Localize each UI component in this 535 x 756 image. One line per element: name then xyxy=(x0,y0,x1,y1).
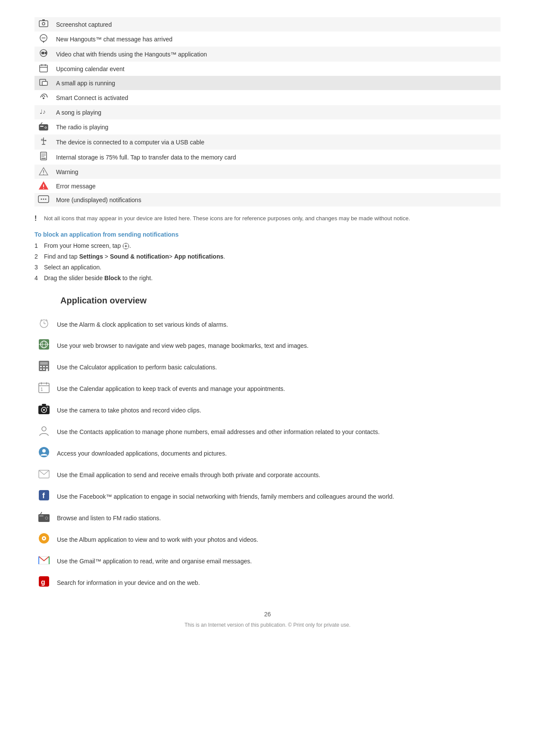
svg-text:f: f xyxy=(42,491,45,500)
svg-point-6 xyxy=(44,37,45,38)
svg-rect-60 xyxy=(40,362,48,365)
app-table: Use the Alarm & clock application to set… xyxy=(34,314,501,594)
step-number: 2 xyxy=(34,252,41,261)
notification-icon xyxy=(34,62,53,76)
app-icon xyxy=(34,507,53,529)
app-icon xyxy=(34,421,53,443)
step-number: 3 xyxy=(34,263,41,272)
svg-point-5 xyxy=(43,37,44,38)
app-description: Access your downloaded applications, doc… xyxy=(53,443,501,464)
page-number: 26 xyxy=(34,611,501,618)
svg-point-42 xyxy=(43,199,44,200)
notification-row: Internal storage is 75% full. Tap to tra… xyxy=(34,150,501,165)
notification-icon xyxy=(34,150,53,165)
app-description: Use the Album application to view and to… xyxy=(53,529,501,550)
notification-text: More (undisplayed) notifications xyxy=(53,193,501,206)
app-icon xyxy=(34,529,53,550)
app-icon: 1 xyxy=(34,378,53,400)
svg-point-76 xyxy=(47,406,48,408)
notification-row: Video chat with friends using the Hangou… xyxy=(34,47,501,62)
svg-rect-64 xyxy=(40,369,42,370)
svg-text:1: 1 xyxy=(41,387,43,392)
notification-icon xyxy=(34,17,53,31)
svg-point-43 xyxy=(45,199,47,200)
app-row: Use the Gmail™ application to read, writ… xyxy=(34,550,501,572)
step-text: Drag the slider beside Block to the righ… xyxy=(44,274,153,283)
notification-icon xyxy=(34,47,53,62)
notification-text: A song is playing xyxy=(53,105,501,119)
notification-icon xyxy=(34,134,53,150)
notification-row: Upcoming calendar event xyxy=(34,62,501,76)
svg-rect-30 xyxy=(41,158,46,159)
notification-icon xyxy=(34,31,53,47)
app-description: Use the Alarm & clock application to set… xyxy=(53,314,501,335)
app-row: Use your web browser to navigate and vie… xyxy=(34,335,501,356)
app-description: Use the Facebook™ application to engage … xyxy=(53,486,501,507)
notification-icon xyxy=(34,76,53,90)
step-text: Select an application. xyxy=(44,263,101,272)
app-description: Use the Gmail™ application to read, writ… xyxy=(53,550,501,572)
app-row: g Search for information in your device … xyxy=(34,572,501,594)
notification-row: More (undisplayed) notifications xyxy=(34,193,501,206)
app-icon xyxy=(34,464,53,486)
notification-row: Warning xyxy=(34,165,501,179)
svg-rect-10 xyxy=(40,65,47,72)
step-number: 1 xyxy=(34,241,41,250)
svg-text:g: g xyxy=(41,578,45,586)
section-title: Application overview xyxy=(60,296,501,306)
app-description: Search for information in your device an… xyxy=(53,572,501,594)
svg-line-86 xyxy=(41,512,42,514)
app-row: f Use the Facebook™ application to engag… xyxy=(34,486,501,507)
notification-text: Video chat with friends using the Hangou… xyxy=(53,47,501,62)
step-item: 1From your Home screen, tap . xyxy=(34,241,501,250)
svg-rect-84 xyxy=(39,515,44,516)
app-description: Use the Contacts application to manage p… xyxy=(53,421,501,443)
notification-row: Smart Connect is activated xyxy=(34,90,501,105)
svg-rect-1 xyxy=(42,19,45,21)
svg-rect-62 xyxy=(43,366,45,367)
notification-row: The device is connected to a computer vi… xyxy=(34,134,501,150)
notification-text: Upcoming calendar event xyxy=(53,62,501,76)
notification-text: The device is connected to a computer vi… xyxy=(53,134,501,150)
svg-point-28 xyxy=(45,140,47,141)
app-row: Use the Album application to view and to… xyxy=(34,529,501,550)
app-row: Use the Calculator application to perfor… xyxy=(34,356,501,378)
notification-row: The radio is playing xyxy=(34,119,501,134)
notification-row: A small app is running xyxy=(34,76,501,90)
notification-text: The radio is playing xyxy=(53,119,501,134)
app-icon xyxy=(34,550,53,572)
svg-point-16 xyxy=(43,97,44,99)
app-description: Use your web browser to navigate and vie… xyxy=(53,335,501,356)
block-link[interactable]: To block an application from sending not… xyxy=(34,231,501,238)
app-description: Use the Email application to send and re… xyxy=(53,464,501,486)
notification-text: Error message xyxy=(53,179,501,193)
notification-text: Screenshot captured xyxy=(53,17,501,31)
notification-icon xyxy=(34,193,53,206)
app-row: Access your downloaded applications, doc… xyxy=(34,443,501,464)
footer-text: This is an Internet version of this publ… xyxy=(34,622,501,628)
svg-point-45 xyxy=(125,245,127,247)
svg-point-74 xyxy=(43,409,45,411)
svg-point-36 xyxy=(43,174,44,175)
notification-icon xyxy=(34,165,53,179)
svg-point-41 xyxy=(41,199,42,200)
app-description: Use the Calculator application to perfor… xyxy=(53,356,501,378)
svg-rect-8 xyxy=(41,52,44,54)
notification-row: New Hangouts™ chat message has arrived xyxy=(34,31,501,47)
step-text: Find and tap Settings > Sound & notifica… xyxy=(44,252,225,261)
svg-point-39 xyxy=(43,188,44,189)
svg-rect-65 xyxy=(43,369,45,370)
notification-icon xyxy=(34,119,53,134)
svg-rect-61 xyxy=(40,366,42,367)
app-icon xyxy=(34,356,53,378)
svg-rect-66 xyxy=(46,369,48,371)
app-row: Use the Contacts application to manage p… xyxy=(34,421,501,443)
svg-point-77 xyxy=(42,427,46,431)
svg-rect-75 xyxy=(42,404,46,406)
svg-rect-26 xyxy=(41,139,43,141)
note-section: ! Not all icons that may appear in your … xyxy=(34,215,501,222)
app-row: Use the Email application to send and re… xyxy=(34,464,501,486)
notification-text: Internal storage is 75% full. Tap to tra… xyxy=(53,150,501,165)
svg-point-89 xyxy=(43,537,45,539)
notification-row: Error message xyxy=(34,179,501,193)
